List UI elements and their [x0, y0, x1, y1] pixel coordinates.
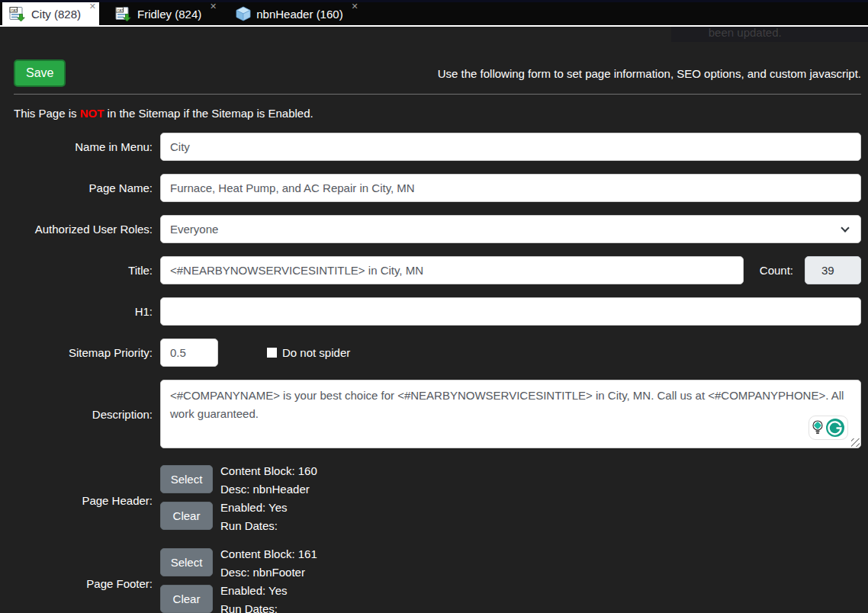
- title-input[interactable]: [160, 256, 744, 284]
- cube-icon: [236, 6, 251, 21]
- page-code-icon: <a>: [9, 6, 26, 21]
- page-name-label: Page Name:: [14, 181, 153, 194]
- page-name-row: Page Name:: [14, 174, 861, 202]
- svg-text:<a>: <a>: [11, 8, 18, 12]
- desc-line: Desc: nbnHeader: [220, 480, 317, 499]
- do-not-spider-checkbox[interactable]: [267, 348, 277, 358]
- close-icon[interactable]: ✕: [210, 2, 217, 11]
- close-icon[interactable]: ✕: [351, 2, 358, 11]
- run-dates-line: Run Dates:: [220, 517, 317, 535]
- tab-nbnheader[interactable]: nbnHeader (160) ✕: [229, 2, 361, 25]
- textarea-assistant-icons: [809, 416, 848, 440]
- svg-text:<a>: <a>: [117, 8, 124, 12]
- sitemap-note: This Page is NOT in the Sitemap if the S…: [14, 107, 861, 120]
- save-button[interactable]: Save: [14, 59, 66, 87]
- page-settings-panel: Save Use the following form to set page …: [0, 59, 868, 613]
- name-in-menu-input[interactable]: [160, 133, 861, 161]
- textarea-resize-handle[interactable]: [851, 438, 860, 447]
- page-header-clear-button[interactable]: Clear: [160, 502, 213, 530]
- name-in-menu-row: Name in Menu:: [14, 133, 861, 161]
- close-icon[interactable]: ✕: [89, 2, 96, 11]
- toolbar: Save Use the following form to set page …: [14, 59, 861, 87]
- count-label: Count:: [760, 264, 793, 277]
- tab-label: City (828): [31, 8, 81, 21]
- tab-label: Fridley (824): [137, 8, 201, 21]
- tab-fridley[interactable]: <a> Fridley (824) ✕: [108, 2, 220, 25]
- content-block-line: Content Block: 161: [220, 545, 317, 563]
- authorized-user-roles-row: Authorized User Roles: Everyone: [14, 215, 861, 243]
- page-footer-clear-button[interactable]: Clear: [160, 585, 213, 613]
- lightbulb-icon[interactable]: [812, 419, 824, 437]
- title-count-value: 39: [805, 256, 861, 284]
- h1-label: H1:: [14, 305, 153, 318]
- page-footer-row: Page Footer: Select Clear Content Block:…: [14, 548, 861, 613]
- do-not-spider-label: Do not spider: [282, 346, 350, 359]
- sitemap-priority-label: Sitemap Priority:: [14, 346, 153, 359]
- grammarly-icon[interactable]: [825, 418, 845, 438]
- enabled-line: Enabled: Yes: [220, 499, 317, 517]
- authorized-user-roles-label: Authorized User Roles:: [14, 223, 153, 236]
- page-footer-label: Page Footer:: [14, 577, 153, 590]
- description-row: Description: <#COMPANYNAME> is your best…: [14, 380, 861, 448]
- title-label: Title:: [14, 264, 153, 277]
- toolbar-divider: [14, 94, 861, 95]
- name-in-menu-label: Name in Menu:: [14, 140, 153, 153]
- form-instruction: Use the following form to set page infor…: [438, 67, 861, 80]
- tabbar-bottom-border: [0, 25, 868, 27]
- content-block-line: Content Block: 160: [220, 462, 317, 480]
- h1-input[interactable]: [160, 297, 861, 326]
- page-code-icon: <a>: [115, 6, 132, 21]
- tab-city[interactable]: <a> City (828) ✕: [2, 2, 99, 25]
- tab-bar: <a> City (828) ✕ <a> Fridley (824) ✕: [0, 2, 868, 25]
- page-footer-info: Content Block: 161 Desc: nbnFooter Enabl…: [220, 545, 317, 613]
- sitemap-note-highlight: NOT: [80, 107, 104, 120]
- h1-row: H1:: [14, 297, 861, 326]
- description-label: Description:: [14, 408, 153, 421]
- sitemap-priority-input[interactable]: [160, 339, 218, 367]
- page-name-input[interactable]: [160, 174, 861, 202]
- page-footer-select-button[interactable]: Select: [160, 548, 213, 576]
- page-header-row: Page Header: Select Clear Content Block:…: [14, 465, 861, 535]
- page-header-label: Page Header:: [14, 494, 153, 507]
- desc-line: Desc: nbnFooter: [220, 563, 317, 582]
- tab-label: nbnHeader (160): [256, 8, 342, 21]
- sitemap-priority-row: Sitemap Priority: Do not spider: [14, 339, 861, 367]
- run-dates-line: Run Dates:: [220, 600, 317, 613]
- enabled-line: Enabled: Yes: [220, 582, 317, 600]
- authorized-user-roles-select[interactable]: Everyone: [160, 215, 861, 243]
- page-header-select-button[interactable]: Select: [160, 465, 213, 493]
- description-textarea[interactable]: <#COMPANYNAME> is your best choice for <…: [160, 380, 861, 448]
- page-settings-form: Name in Menu: Page Name: Authorized User…: [14, 133, 861, 613]
- title-row: Title: Count: 39: [14, 256, 861, 284]
- page-header-info: Content Block: 160 Desc: nbnHeader Enabl…: [220, 462, 317, 535]
